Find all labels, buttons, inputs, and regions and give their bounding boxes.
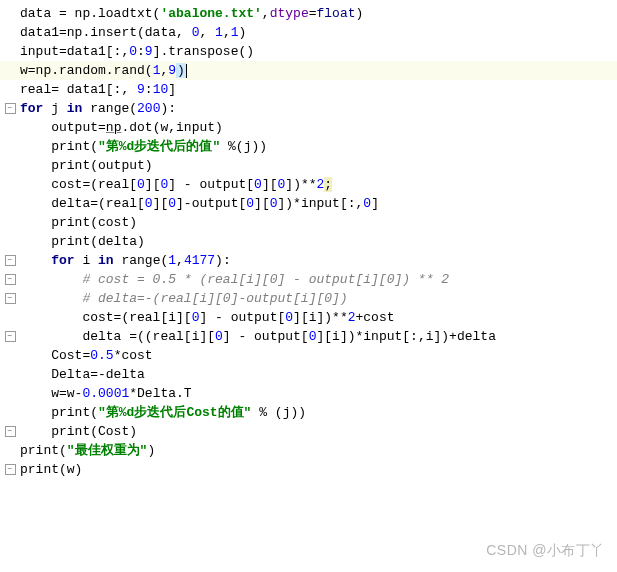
code-line[interactable]: # delta=-(real[i][0]-output[i][0]) — [20, 289, 348, 308]
code-line[interactable]: print(Cost) — [20, 422, 137, 441]
fold-icon[interactable]: − — [0, 255, 20, 266]
fold-icon[interactable]: − — [0, 293, 20, 304]
code-line[interactable]: print(output) — [20, 156, 153, 175]
code-line[interactable]: print(delta) — [20, 232, 145, 251]
code-line[interactable]: data1=np.insert(data, 0, 1,1) — [20, 23, 246, 42]
fold-icon[interactable]: − — [0, 331, 20, 342]
code-line[interactable]: print("最佳权重为") — [20, 441, 155, 460]
code-line[interactable]: w=w-0.0001*Delta.T — [20, 384, 192, 403]
code-line[interactable]: cost=(real[0][0] - output[0][0])**2; — [20, 175, 332, 194]
code-line[interactable]: delta=(real[0][0]-output[0][0])*input[:,… — [20, 194, 379, 213]
code-line[interactable]: Delta=-delta — [20, 365, 145, 384]
fold-icon[interactable]: − — [0, 103, 20, 114]
code-line[interactable]: output=np.dot(w,input) — [20, 118, 223, 137]
code-line[interactable]: # cost = 0.5 * (real[i][0] - output[i][0… — [20, 270, 449, 289]
code-line[interactable]: for j in range(200): — [20, 99, 176, 118]
code-line[interactable]: print(cost) — [20, 213, 137, 232]
watermark: CSDN @小布丁丫 — [486, 542, 605, 560]
code-line[interactable]: w=np.random.rand(1,9) — [20, 61, 187, 80]
fold-icon[interactable]: − — [0, 464, 20, 475]
cursor-selection: ) — [176, 63, 186, 78]
code-line[interactable]: Cost=0.5*cost — [20, 346, 153, 365]
code-line[interactable]: data = np.loadtxt('abalone.txt',dtype=fl… — [20, 4, 363, 23]
code-line[interactable]: delta =((real[i][0] - output[0][i])*inpu… — [20, 327, 496, 346]
code-line[interactable]: cost=(real[i][0] - output[0][i])**2+cost — [20, 308, 395, 327]
code-line[interactable]: print(w) — [20, 460, 82, 479]
fold-icon[interactable]: − — [0, 426, 20, 437]
code-line[interactable]: print("第%d步迭代后的值" %(j)) — [20, 137, 267, 156]
code-line[interactable]: real= data1[:, 9:10] — [20, 80, 176, 99]
code-editor[interactable]: data = np.loadtxt('abalone.txt',dtype=fl… — [0, 0, 617, 479]
code-line[interactable]: for i in range(1,4177): — [20, 251, 231, 270]
code-line[interactable]: input=data1[:,0:9].transpose() — [20, 42, 254, 61]
code-line[interactable]: print("第%d步迭代后Cost的值" % (j)) — [20, 403, 306, 422]
caret — [186, 64, 187, 78]
fold-icon[interactable]: − — [0, 274, 20, 285]
